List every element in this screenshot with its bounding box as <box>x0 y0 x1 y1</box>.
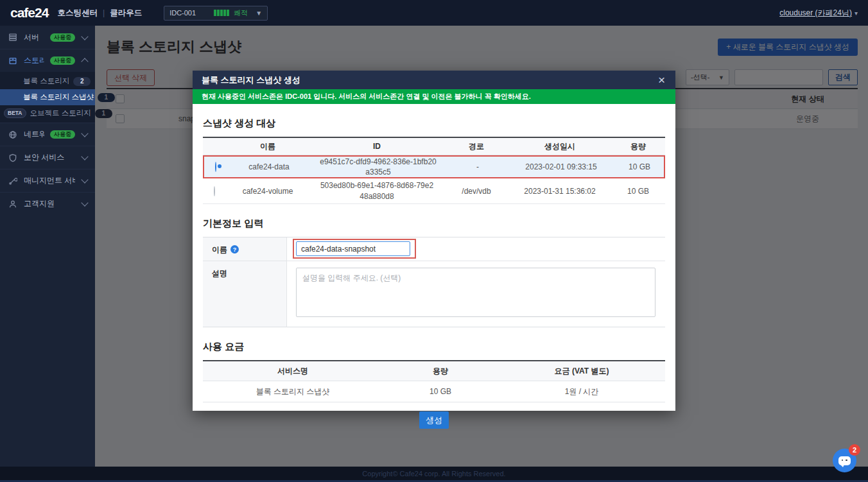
sidebar-item-label: 오브젝트 스토리지 <box>30 108 91 118</box>
name-field-cell <box>287 237 665 261</box>
volume-name-cell: cafe24-data <box>227 162 311 171</box>
service-zone-notice: 현재 사용중인 서비스존은 IDC-001 입니다. 서비스의 서비스존간 연결… <box>193 89 675 104</box>
size-column-header: 용량 <box>611 141 665 152</box>
nav-hosting-center[interactable]: 호스팅센터 <box>57 8 98 19</box>
count-badge: 2 <box>73 77 91 86</box>
pricing-table-header: 서비스명 용량 요금 (VAT 별도) <box>203 361 665 381</box>
sidebar-item-management-service[interactable]: 매니지먼트 서비스 <box>0 169 95 192</box>
pricing-section-title: 사용 요금 <box>203 341 665 353</box>
service-name-cell: 블록 스토리지 스냅샷 <box>203 386 383 397</box>
topnav: 호스팅센터 | 클라우드 <box>57 8 142 19</box>
description-textarea[interactable] <box>296 268 655 317</box>
target-row-cafe24-data[interactable]: cafe24-data e9451c7c-dfd9-4962-836e-1bfb… <box>203 155 665 178</box>
price-column-header: 요금 (VAT 별도) <box>498 366 665 377</box>
sidebar-item-label: 스토리지 <box>24 55 44 66</box>
volume-id-cell: 503ed80b-69e1-4876-8d68-79e248a880d8 <box>309 180 444 201</box>
sidebar-item-label: 고객지원 <box>24 198 75 209</box>
chevron-down-icon <box>81 176 88 183</box>
id-column-header: ID <box>309 142 444 151</box>
sidebar-item-storage[interactable]: 스토리지 사용중 <box>0 49 95 72</box>
chat-unread-badge: 2 <box>849 444 860 456</box>
user-menu[interactable]: clouduser (카페24님)▾ <box>779 8 858 19</box>
submit-area: 생성 <box>203 411 665 429</box>
radio-selected[interactable] <box>215 162 216 172</box>
radio-unselected[interactable] <box>214 186 215 196</box>
nav-divider: | <box>103 8 105 17</box>
sidebar-item-object-storage[interactable]: BETA 오브젝트 스토리지 1 <box>0 105 95 121</box>
size-column-header: 용량 <box>383 366 498 377</box>
in-use-badge: 사용중 <box>50 56 75 65</box>
create-button[interactable]: 생성 <box>419 411 449 429</box>
sidebar-item-label: 네트워킹 <box>24 129 44 140</box>
chat-widget[interactable]: 2 <box>833 449 856 472</box>
sidebar-item-customer-support[interactable]: 고객지원 <box>0 192 95 215</box>
sidebar-item-label: 블록 스토리지 <box>23 76 69 86</box>
help-icon[interactable]: ? <box>230 245 239 254</box>
pricing-row: 블록 스토리지 스냅샷 10 GB 1원 / 시간 <box>203 381 665 402</box>
modal-body: 스냅샷 생성 대상 이름 ID 경로 생성일시 용량 cafe24-data e… <box>193 117 675 429</box>
volume-created-cell: 2023-02-01 09:33:15 <box>510 162 612 171</box>
chevron-down-icon <box>81 199 88 206</box>
topbar: cafe24 호스팅센터 | 클라우드 IDC-001 쾌적 ▼ cloudus… <box>0 0 868 26</box>
chevron-up-icon <box>81 58 88 65</box>
storage-submenu: 블록 스토리지 2 블록 스토리지 스냅샷 1 BETA 오브젝트 스토리지 1 <box>0 72 95 123</box>
name-label-text: 이름 <box>212 245 227 255</box>
close-icon[interactable]: × <box>657 74 666 86</box>
in-use-badge: 사용중 <box>50 33 75 42</box>
zone-select-dropdown[interactable]: IDC-001 쾌적 ▼ <box>164 6 268 21</box>
chevron-down-icon <box>81 33 88 40</box>
in-use-badge: 사용중 <box>50 130 75 139</box>
sidebar: 서버 사용중 스토리지 사용중 블록 스토리지 2 블록 스토리지 스냅샷 1 … <box>0 26 95 467</box>
service-column-header: 서비스명 <box>203 366 383 377</box>
beta-badge: BETA <box>4 108 26 118</box>
info-section-title: 기본정보 입력 <box>203 218 665 230</box>
sidebar-item-networking[interactable]: 네트워킹 사용중 <box>0 123 95 146</box>
service-price-cell: 1원 / 시간 <box>498 386 665 397</box>
storage-icon <box>8 56 18 66</box>
pricing-table: 서비스명 용량 요금 (VAT 별도) 블록 스토리지 스냅샷 10 GB 1원… <box>203 360 665 402</box>
footer: Copyright© Cafe24 corp. All Rights Reser… <box>0 467 868 480</box>
name-field-label: 이름 ? <box>203 237 287 261</box>
sidebar-item-label: 보안 서비스 <box>24 152 75 163</box>
volume-path-cell: - <box>446 162 510 171</box>
sidebar-item-server[interactable]: 서버 사용중 <box>0 26 95 49</box>
cafe24-logo[interactable]: cafe24 <box>10 5 48 21</box>
sidebar-item-block-storage[interactable]: 블록 스토리지 2 <box>0 73 95 89</box>
snapshot-name-input[interactable] <box>296 241 410 256</box>
create-snapshot-modal: 블록 스토리지 스냅샷 생성 × 현재 사용중인 서비스존은 IDC-001 입… <box>193 71 675 411</box>
target-section-title: 스냅샷 생성 대상 <box>203 117 665 130</box>
name-form-row: 이름 ? <box>203 237 665 261</box>
sidebar-item-security-service[interactable]: 보안 서비스 <box>0 146 95 169</box>
modal-title: 블록 스토리지 스냅샷 생성 <box>202 74 657 86</box>
capacity-gauge-icon <box>214 10 229 16</box>
sidebar-item-label: 서버 <box>24 32 44 43</box>
zone-status-label: 쾌적 <box>234 8 248 18</box>
user-menu-label: clouduser (카페24님) <box>779 8 852 17</box>
created-column-header: 생성일시 <box>508 141 611 152</box>
description-field-label: 설명 <box>203 261 287 327</box>
sidebar-item-block-storage-snapshot[interactable]: 블록 스토리지 스냅샷 1 <box>0 89 95 105</box>
copyright-text: Copyright© Cafe24 corp. All Rights Reser… <box>362 470 505 478</box>
network-icon <box>8 130 18 140</box>
zone-select-value: IDC-001 <box>169 9 211 17</box>
description-form-row: 설명 <box>203 261 665 327</box>
server-icon <box>8 32 18 42</box>
service-size-cell: 10 GB <box>383 387 498 396</box>
target-row-cafe24-volume[interactable]: cafe24-volume 503ed80b-69e1-4876-8d68-79… <box>203 178 665 204</box>
sidebar-item-label: 블록 스토리지 스냅샷 <box>23 92 94 102</box>
description-field-cell <box>287 261 665 327</box>
volume-size-cell: 10 GB <box>611 187 665 196</box>
sidebar-item-label: 매니지먼트 서비스 <box>24 175 75 186</box>
path-column-header: 경로 <box>444 141 508 152</box>
app-root: cafe24 호스팅센터 | 클라우드 IDC-001 쾌적 ▼ cloudus… <box>0 0 868 482</box>
name-column-header: 이름 <box>226 141 309 152</box>
notice-text: 현재 사용중인 서비스존은 IDC-001 입니다. 서비스의 서비스존간 연결… <box>202 92 531 101</box>
chevron-down-icon <box>81 130 88 137</box>
person-icon <box>8 199 18 209</box>
nav-cloud[interactable]: 클라우드 <box>110 8 142 19</box>
chevron-down-icon: ▼ <box>256 10 262 17</box>
chevron-down-icon: ▾ <box>855 10 858 17</box>
volume-name-cell: cafe24-volume <box>226 187 309 196</box>
volume-size-cell: 10 GB <box>612 162 666 171</box>
basic-info-form: 이름 ? 설명 <box>203 237 665 327</box>
